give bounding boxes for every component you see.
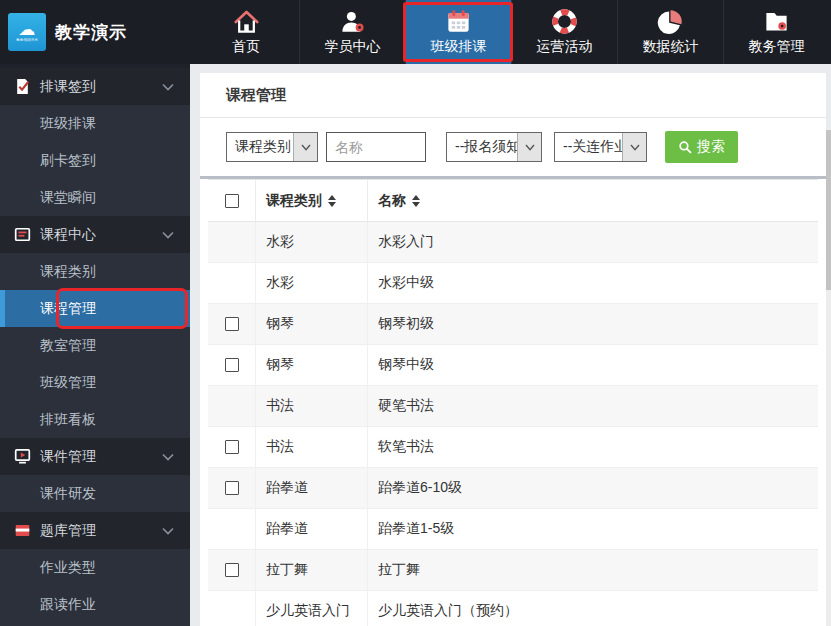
- table-header: 课程类别 名称: [208, 180, 818, 222]
- column-header-name[interactable]: 名称: [368, 180, 818, 221]
- cell-category: 拉丁舞: [256, 550, 368, 590]
- pie-chart-icon: [657, 8, 684, 35]
- cell-category: 水彩: [256, 263, 368, 303]
- topnav-item-home[interactable]: 首页: [193, 0, 299, 64]
- sidebar-item-作业类型[interactable]: 作业类型: [0, 549, 190, 586]
- sidebar-group-label: 题库管理: [40, 522, 96, 540]
- table-row[interactable]: 拉丁舞 拉丁舞: [208, 550, 818, 591]
- app-title: 教学演示: [55, 21, 127, 44]
- topbar: ☁ 教学培训演示 教学演示 首页 学员中心 班级排课 运营活动 数据统计 教务管…: [0, 0, 831, 64]
- cell-category: 书法: [256, 386, 368, 426]
- chevron-down-icon: [517, 133, 541, 161]
- category-select-value: 课程类别: [227, 138, 293, 156]
- sidebar-item-label: 课堂瞬间: [40, 189, 96, 207]
- doc-check-icon: [14, 78, 31, 95]
- row-checkbox[interactable]: [225, 358, 239, 372]
- table-row[interactable]: 钢琴 钢琴初级: [208, 304, 818, 345]
- row-checkbox[interactable]: [225, 481, 239, 495]
- sidebar-group-label: 课程中心: [40, 226, 96, 244]
- sidebar-item-跟读作业[interactable]: 跟读作业: [0, 586, 190, 623]
- vertical-scrollbar[interactable]: [826, 128, 831, 626]
- sidebar-item-label: 刷卡签到: [40, 152, 96, 170]
- topnav-item-students[interactable]: 学员中心: [299, 0, 405, 64]
- lifebuoy-icon: [551, 8, 578, 35]
- topnav-item-label: 数据统计: [643, 38, 699, 56]
- archive-icon: [14, 522, 31, 539]
- topnav-item-label: 学员中心: [325, 38, 381, 56]
- table-row[interactable]: 水彩 水彩中级: [208, 263, 818, 304]
- table-row[interactable]: 书法 软笔书法: [208, 427, 818, 468]
- table-body: 水彩 水彩入门 水彩 水彩中级 钢琴 钢琴初级 钢琴 钢琴中级 书法 硬笔书法 …: [208, 222, 818, 626]
- name-input[interactable]: [326, 132, 426, 162]
- row-checkbox[interactable]: [225, 440, 239, 454]
- sidebar-group-courseware[interactable]: 课件管理: [0, 438, 190, 475]
- chevron-down-icon: [293, 133, 317, 161]
- logo-mini-text: 教学培训演示: [16, 37, 38, 42]
- column-header-label: 名称: [378, 192, 406, 210]
- table-row[interactable]: 少儿英语入门 少儿英语入门（预约）: [208, 591, 818, 626]
- column-header-label: 课程类别: [266, 192, 322, 210]
- sidebar-item-班级管理[interactable]: 班级管理: [0, 364, 190, 401]
- topnav-item-label: 运营活动: [537, 38, 593, 56]
- column-header-category[interactable]: 课程类别: [256, 180, 368, 221]
- sidebar-item-教室管理[interactable]: 教室管理: [0, 327, 190, 364]
- topnav-item-operations[interactable]: 运营活动: [511, 0, 617, 64]
- cell-name: 钢琴中级: [368, 345, 818, 385]
- page-title: 课程管理: [200, 73, 826, 118]
- sidebar-item-label: 班级管理: [40, 374, 96, 392]
- row-checkbox[interactable]: [225, 317, 239, 331]
- notice-select-value: --报名须知--: [447, 138, 517, 156]
- sidebar-item-课堂瞬间[interactable]: 课堂瞬间: [0, 179, 190, 216]
- chevron-down-icon: [622, 133, 646, 161]
- sidebar-item-刷卡签到[interactable]: 刷卡签到: [0, 142, 190, 179]
- content-panel: 课程管理 课程类别 --报名须知-- --关连作业类 搜索: [200, 73, 826, 626]
- notice-select[interactable]: --报名须知--: [446, 132, 542, 162]
- cell-category: 跆拳道: [256, 468, 368, 508]
- table-row[interactable]: 书法 硬笔书法: [208, 386, 818, 427]
- cell-name: 硬笔书法: [368, 386, 818, 426]
- sidebar-item-label: 教室管理: [40, 337, 96, 355]
- sidebar-item-课程管理[interactable]: 课程管理: [0, 290, 190, 327]
- filter-bar: 课程类别 --报名须知-- --关连作业类 搜索: [200, 118, 826, 179]
- sidebar-group-schedule-checkin[interactable]: 排课签到: [0, 68, 190, 105]
- topnav-item-label: 班级排课: [431, 38, 487, 56]
- table-row[interactable]: 水彩 水彩入门: [208, 222, 818, 263]
- monitor-play-icon: [14, 448, 31, 465]
- cell-category: 书法: [256, 427, 368, 467]
- topnav-item-statistics[interactable]: 数据统计: [617, 0, 723, 64]
- sidebar-group-label: 课件管理: [40, 448, 96, 466]
- scrollbar-thumb[interactable]: [826, 130, 831, 290]
- cell-name: 钢琴初级: [368, 304, 818, 344]
- sidebar-item-label: 班级排课: [40, 115, 96, 133]
- chevron-down-icon: [162, 83, 174, 91]
- sidebar-group-course-center[interactable]: 课程中心: [0, 216, 190, 253]
- sort-icon[interactable]: [412, 195, 420, 207]
- sidebar-item-课程类别[interactable]: 课程类别: [0, 253, 190, 290]
- homework-select[interactable]: --关连作业类: [554, 132, 647, 162]
- topnav: 首页 学员中心 班级排课 运营活动 数据统计 教务管理: [193, 0, 829, 64]
- topnav-item-academic[interactable]: 教务管理: [723, 0, 829, 64]
- sidebar-item-排班看板[interactable]: 排班看板: [0, 401, 190, 438]
- table-row[interactable]: 钢琴 钢琴中级: [208, 345, 818, 386]
- app-window: ☁ 教学培训演示 教学演示 首页 学员中心 班级排课 运营活动 数据统计 教务管…: [0, 0, 831, 626]
- sidebar-item-班级排课[interactable]: 班级排课: [0, 105, 190, 142]
- chevron-down-icon: [162, 453, 174, 461]
- select-all-checkbox[interactable]: [225, 194, 239, 208]
- cell-name: 水彩中级: [368, 263, 818, 303]
- cell-category: 水彩: [256, 222, 368, 262]
- cell-category: 钢琴: [256, 304, 368, 344]
- search-icon: [678, 140, 692, 154]
- content-area: 课程管理 课程类别 --报名须知-- --关连作业类 搜索: [190, 64, 831, 626]
- sidebar-item-课件研发[interactable]: 课件研发: [0, 475, 190, 512]
- search-button[interactable]: 搜索: [665, 131, 738, 163]
- cell-name: 跆拳道1-5级: [368, 509, 818, 549]
- topnav-item-scheduling[interactable]: 班级排课: [405, 0, 511, 64]
- sidebar-item-label: 跟读作业: [40, 596, 96, 614]
- sidebar-group-question-bank[interactable]: 题库管理: [0, 512, 190, 549]
- row-checkbox[interactable]: [225, 563, 239, 577]
- table-row[interactable]: 跆拳道 跆拳道1-5级: [208, 509, 818, 550]
- category-select[interactable]: 课程类别: [226, 132, 318, 162]
- table-row[interactable]: 跆拳道 跆拳道6-10级: [208, 468, 818, 509]
- sort-icon[interactable]: [328, 195, 336, 207]
- topnav-item-label: 教务管理: [749, 38, 805, 56]
